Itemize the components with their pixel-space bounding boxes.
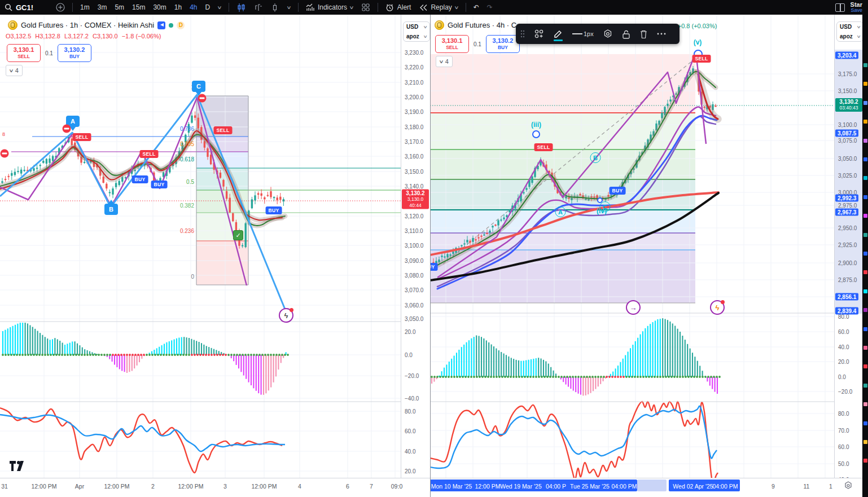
timeframe-4h[interactable]: 4h xyxy=(186,0,201,15)
price-alert-chip[interactable]: 3,203.4 xyxy=(835,52,858,59)
favorites-strip[interactable] xyxy=(862,0,868,497)
favorite-tool-swatch[interactable] xyxy=(863,82,867,86)
elliott-wave-circle-label[interactable]: C xyxy=(600,201,611,212)
user-block[interactable]: Star Save xyxy=(851,2,862,13)
chart-style-bars-button[interactable] xyxy=(249,0,266,15)
scale-mode-dropdown[interactable]: apoz∨ xyxy=(404,32,429,41)
elliott-wave-circle-label[interactable]: B xyxy=(590,152,601,163)
price-alert-chip[interactable]: 2,992.3 xyxy=(835,195,858,202)
axis-settings-gear-icon[interactable] xyxy=(843,481,853,491)
currency-dropdown[interactable]: USD∨ xyxy=(404,22,429,32)
timeframe-30m[interactable]: 30m xyxy=(149,0,170,15)
favorite-tool-swatch[interactable] xyxy=(863,289,867,293)
favorite-tool-swatch[interactable] xyxy=(863,101,867,105)
replay-button[interactable]: Replay ∨ xyxy=(415,0,462,15)
favorite-tool-swatch[interactable] xyxy=(863,440,867,444)
favorite-tool-swatch[interactable] xyxy=(863,308,867,312)
no-entry-icon[interactable] xyxy=(198,94,207,103)
tradingview-logo[interactable] xyxy=(9,460,26,475)
price-axis-left[interactable]: USD∨apoz∨3,230.03,220.03,210.03,200.03,1… xyxy=(401,15,431,478)
favorite-tool-swatch[interactable] xyxy=(863,364,867,368)
timeframe-15m[interactable]: 15m xyxy=(128,0,149,15)
redo-button[interactable]: ↷ xyxy=(483,0,497,15)
data-mode-badge[interactable]: D xyxy=(177,21,185,29)
symbol-search[interactable]: GC1! xyxy=(0,0,37,15)
price-alert-chip[interactable]: 2,856.1 xyxy=(835,293,858,301)
add-object-button[interactable] xyxy=(529,24,549,44)
undo-button[interactable]: ↶ xyxy=(470,0,483,15)
favorite-tool-swatch[interactable] xyxy=(863,233,867,237)
favorite-tool-swatch[interactable] xyxy=(863,270,867,274)
chart-style-hollow-button[interactable] xyxy=(266,0,283,15)
favorite-tool-swatch[interactable] xyxy=(863,176,867,180)
wave-flag-b[interactable]: B xyxy=(104,204,118,215)
buy-button[interactable]: 3,130.2 BUY xyxy=(58,44,91,62)
time-axis-right[interactable]: Mon 10 Mar '2512:00 PMWed 19 Mar '2504:0… xyxy=(431,478,862,497)
favorite-tool-swatch[interactable] xyxy=(863,157,867,161)
timeframe-3m[interactable]: 3m xyxy=(94,0,111,15)
favorite-tool-swatch[interactable] xyxy=(863,63,867,67)
sell-button[interactable]: 3,130.1 SELL xyxy=(435,35,469,53)
favorite-tool-swatch[interactable] xyxy=(863,346,867,350)
chart-style-candles-button[interactable] xyxy=(233,0,249,15)
arrow-circle-icon[interactable]: → xyxy=(626,300,641,315)
favorite-tool-swatch[interactable] xyxy=(863,195,867,199)
chart-style-menu-button[interactable]: ∨ xyxy=(283,0,295,15)
layout-icon[interactable] xyxy=(835,3,845,12)
sell-signal-tag[interactable]: SELL xyxy=(214,126,233,134)
alert-button[interactable]: Alert xyxy=(382,0,415,15)
price-alert-chip[interactable]: 3,087.5 xyxy=(835,130,858,137)
favorite-tool-swatch[interactable] xyxy=(863,214,867,218)
sell-signal-tag[interactable]: SELL xyxy=(534,143,553,151)
sell-signal-tag[interactable]: SELL xyxy=(140,150,159,158)
collapse-badge[interactable]: ∨ 4 xyxy=(436,56,453,67)
color-pencil-button[interactable] xyxy=(549,24,568,44)
settings-button[interactable] xyxy=(598,24,617,44)
indicators-button[interactable]: Indicators ∨ xyxy=(302,0,357,15)
timeframe-D[interactable]: D xyxy=(201,0,214,15)
drag-handle[interactable] xyxy=(516,24,529,44)
price-alert-chip[interactable]: 2,839.4 xyxy=(835,307,858,315)
price-axis-right[interactable]: USD∨apoz∨3,175.03,150.03,100.03,075.03,0… xyxy=(834,15,862,478)
buy-signal-tag[interactable]: BUY xyxy=(151,181,168,188)
elliott-wave-circle-label[interactable]: A xyxy=(555,206,566,217)
favorite-tool-swatch[interactable] xyxy=(863,327,867,331)
add-symbol-button[interactable] xyxy=(52,0,69,15)
wave-point-marker[interactable] xyxy=(533,131,540,138)
no-entry-icon[interactable] xyxy=(63,125,71,133)
sell-signal-tag[interactable]: SELL xyxy=(692,55,711,63)
sell-button[interactable]: 3,130.1 SELL xyxy=(7,44,41,62)
timeframe-1m[interactable]: 1m xyxy=(76,0,94,15)
lightning-icon[interactable]: ϟ xyxy=(710,300,725,315)
save-button[interactable]: Save xyxy=(851,7,862,13)
currency-dropdown[interactable]: USD∨ xyxy=(837,22,862,32)
favorite-tool-swatch[interactable] xyxy=(863,252,867,256)
buy-button[interactable]: 3,130.2 BUY xyxy=(486,35,520,53)
buy-signal-tag[interactable]: BUY xyxy=(266,206,282,214)
favorite-tool-swatch[interactable] xyxy=(863,402,867,406)
buy-signal-tag[interactable]: BUY xyxy=(610,187,626,195)
symbol-title[interactable]: Gold Futures · 4h · C xyxy=(448,21,516,29)
flag-icon[interactable] xyxy=(157,21,165,29)
timeframe-5m[interactable]: 5m xyxy=(111,0,128,15)
buy-signal-tag[interactable]: BUY xyxy=(431,263,437,271)
sell-signal-tag[interactable]: SELL xyxy=(73,133,91,141)
lock-button[interactable] xyxy=(617,24,635,44)
elliott-wave-label[interactable]: (iii) xyxy=(531,121,541,129)
symbol-title[interactable]: Gold Futures · 1h · COMEX · Heikin Ashi xyxy=(21,21,154,29)
price-alert-chip[interactable]: 2,967.3 xyxy=(835,209,858,216)
buy-signal-tag[interactable]: BUY xyxy=(132,175,148,183)
collapse-badge[interactable]: ∨ 4 xyxy=(6,65,23,76)
timeframe-menu-button[interactable]: ∨ xyxy=(214,0,225,15)
lightning-icon[interactable]: ϟ xyxy=(279,308,293,323)
favorite-tool-swatch[interactable] xyxy=(863,421,867,425)
elliott-wave-label[interactable]: (v) xyxy=(694,38,702,46)
favorite-tool-swatch[interactable] xyxy=(863,139,867,143)
check-icon[interactable]: ✓ xyxy=(233,230,243,240)
scale-mode-dropdown[interactable]: apoz∨ xyxy=(837,32,862,41)
favorite-tool-swatch[interactable] xyxy=(863,459,867,463)
more-options-button[interactable] xyxy=(652,24,670,44)
no-entry-icon[interactable] xyxy=(1,149,9,158)
time-axis-left[interactable]: 3112:00 PMApr12:00 PM212:00 PM312:00 PM4… xyxy=(0,478,430,497)
indicator-templates-button[interactable] xyxy=(357,0,374,15)
